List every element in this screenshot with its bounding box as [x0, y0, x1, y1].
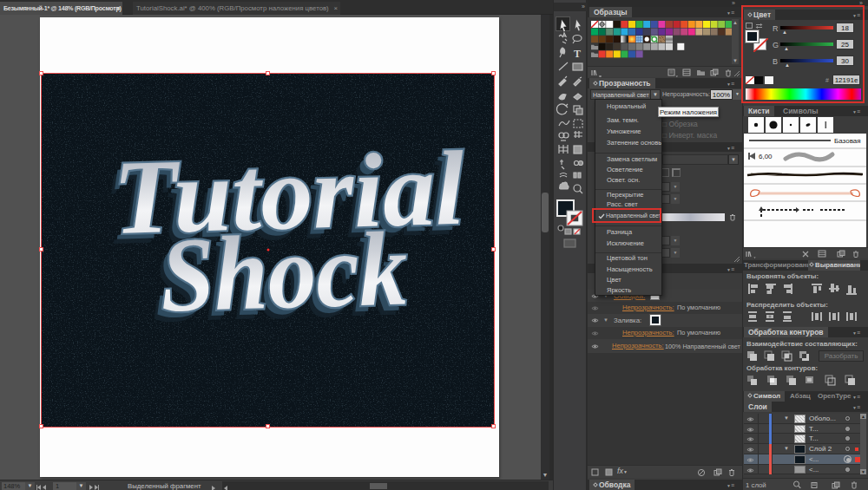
- svg-text:Базовая: Базовая: [834, 137, 861, 145]
- svg-text:6,00: 6,00: [759, 153, 773, 160]
- svg-text:Shock: Shock: [159, 210, 409, 334]
- svg-text:T: T: [574, 48, 581, 60]
